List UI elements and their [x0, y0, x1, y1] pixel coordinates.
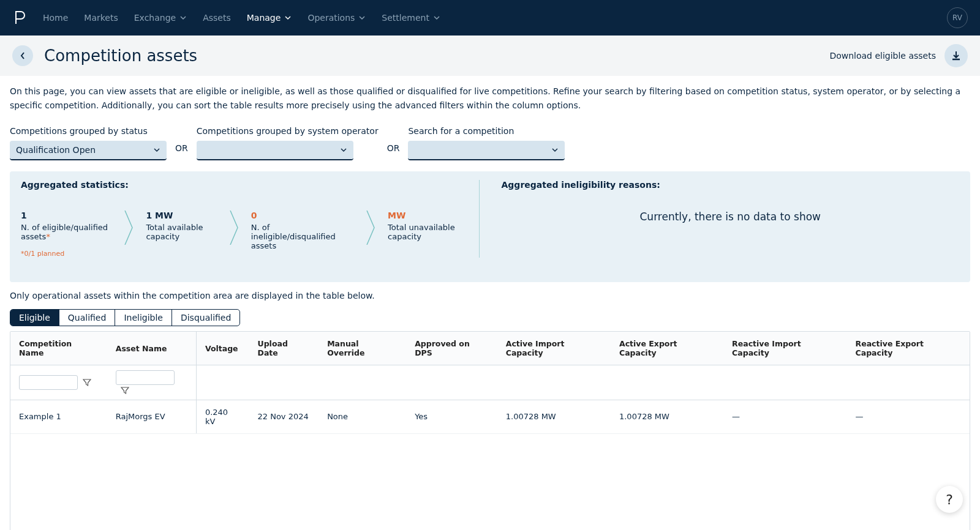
chevron-down-icon [153, 147, 160, 152]
column-header[interactable]: Reactive Export Capacity [847, 332, 970, 365]
filter-icon[interactable] [83, 378, 91, 387]
nav-operations[interactable]: Operations [307, 13, 366, 23]
chevron-left-icon [20, 51, 26, 60]
help-button[interactable]: ? [936, 486, 963, 513]
table-cell: — [847, 400, 970, 433]
stat-value: 1 [21, 211, 114, 220]
stat-label: N. of ineligible/disqualified assets [251, 223, 356, 250]
nav-settlement[interactable]: Settlement [382, 13, 440, 23]
filter-label-status: Competitions grouped by status [10, 126, 167, 136]
chevron-down-icon [551, 147, 559, 152]
column-header[interactable]: Reactive Import Capacity [723, 332, 846, 365]
no-data-text: Currently, there is no data to show [502, 211, 960, 223]
column-filter-input[interactable] [116, 370, 175, 385]
status-select-value: Qualification Open [16, 145, 96, 155]
stat-value: MW [388, 211, 469, 220]
stat-note: *0/1 planned [21, 250, 114, 258]
table-cell: RajMorgs EV [107, 400, 197, 433]
stat-item: 0N. of ineligible/disqualified assets [251, 211, 366, 250]
column-header[interactable]: Active Export Capacity [611, 332, 723, 365]
operator-select[interactable] [197, 141, 353, 160]
avatar[interactable]: RV [947, 7, 968, 28]
tab-disqualified[interactable]: Disqualified [172, 310, 239, 326]
table-cell: 1.00728 MW [611, 400, 723, 433]
logo-icon [12, 10, 27, 25]
nav-assets[interactable]: Assets [203, 13, 231, 23]
stat-label: N. of eligible/qualified assets* [21, 223, 114, 241]
table-cell: 1.00728 MW [497, 400, 611, 433]
page-title: Competition assets [44, 47, 197, 65]
tab-ineligible[interactable]: Ineligible [115, 310, 172, 326]
stat-separator-icon [229, 211, 241, 245]
top-nav: HomeMarketsExchangeAssetsManageOperation… [0, 0, 980, 35]
filter-bar: Competitions grouped by status Qualifica… [10, 126, 970, 160]
stat-value: 1 MW [146, 211, 219, 220]
stat-separator-icon [366, 211, 378, 245]
stat-label: Total available capacity [146, 223, 219, 241]
stat-item: 1 MWTotal available capacity [146, 211, 228, 241]
nav-markets[interactable]: Markets [84, 13, 118, 23]
table-cell: Example 1 [10, 400, 107, 433]
ineligibility-title: Aggregated ineligibility reasons: [502, 180, 960, 190]
column-header[interactable]: Manual Override [318, 332, 406, 365]
eligibility-tabs: EligibleQualifiedIneligibleDisqualified [10, 309, 240, 326]
filter-icon[interactable] [121, 386, 129, 395]
table-note: Only operational assets within the compe… [10, 291, 970, 300]
filter-label-search: Search for a competition [408, 126, 565, 136]
tab-eligible[interactable]: Eligible [10, 310, 59, 326]
intro-text: On this page, you can view assets that a… [10, 84, 970, 113]
chevron-down-icon [358, 15, 366, 20]
competition-search[interactable] [408, 141, 565, 160]
assets-table: Competition NameAsset NameVoltageUpload … [10, 331, 970, 530]
or-separator: OR [387, 143, 400, 153]
status-select[interactable]: Qualification Open [10, 141, 167, 160]
table-cell: — [723, 400, 846, 433]
or-separator: OR [175, 143, 188, 153]
column-header[interactable]: Voltage [196, 332, 249, 365]
tab-qualified[interactable]: Qualified [59, 310, 115, 326]
page-header: Competition assets Download eligible ass… [0, 35, 980, 76]
stat-item: MWTotal unavailable capacity [388, 211, 478, 241]
stat-item: 1N. of eligible/qualified assets**0/1 pl… [21, 211, 124, 258]
table-cell: 0.240 kV [196, 400, 249, 433]
table-cell: 22 Nov 2024 [249, 400, 319, 433]
table-row[interactable]: Example 1RajMorgs EV0.240 kV22 Nov 2024N… [10, 400, 970, 433]
download-button[interactable] [944, 44, 968, 67]
back-button[interactable] [12, 45, 33, 66]
download-link[interactable]: Download eligible assets [829, 51, 936, 61]
stat-separator-icon [124, 211, 136, 245]
stats-panel: Aggregated statistics: 1N. of eligible/q… [10, 171, 970, 282]
chevron-down-icon [433, 15, 440, 20]
column-header[interactable]: Active Import Capacity [497, 332, 611, 365]
stat-label: Total unavailable capacity [388, 223, 469, 241]
column-header[interactable]: Asset Name [107, 332, 197, 365]
nav-manage[interactable]: Manage [247, 13, 292, 23]
column-header[interactable]: Upload Date [249, 332, 319, 365]
chevron-down-icon [340, 147, 347, 152]
column-header[interactable]: Competition Name [10, 332, 107, 365]
table-cell: Yes [406, 400, 497, 433]
filter-label-operator: Competitions grouped by system operator [197, 126, 379, 136]
nav-exchange[interactable]: Exchange [134, 13, 187, 23]
chevron-down-icon [179, 15, 187, 20]
table-cell: None [318, 400, 406, 433]
column-filter-input[interactable] [19, 375, 78, 390]
stats-title: Aggregated statistics: [21, 180, 479, 190]
stat-value: 0 [251, 211, 356, 220]
nav-home[interactable]: Home [43, 13, 68, 23]
chevron-down-icon [284, 15, 292, 20]
download-icon [951, 50, 962, 61]
column-header[interactable]: Approved on DPS [406, 332, 497, 365]
